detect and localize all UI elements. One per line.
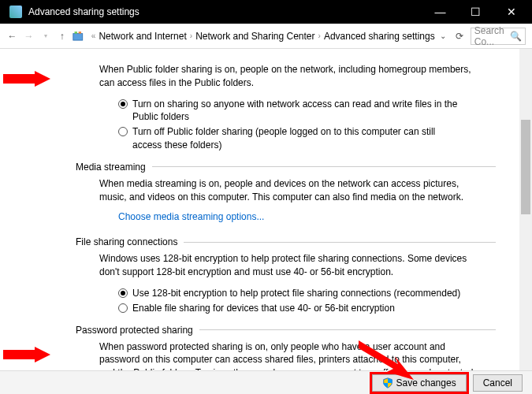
radio-label: Turn off Public folder sharing (people l…	[132, 125, 465, 152]
radio-label: Use 128-bit encryption to help protect f…	[132, 287, 460, 300]
minimize-button[interactable]: —	[422, 0, 458, 24]
settings-content: When Public folder sharing is on, people…	[0, 49, 519, 370]
section-media-streaming: Media streaming	[76, 162, 496, 173]
radio-label: Turn on sharing so anyone with network a…	[132, 98, 465, 125]
chevron-left-icon: «	[91, 32, 96, 40]
public-folder-options: Turn on sharing so anyone with network a…	[118, 98, 496, 152]
svg-marker-4	[3, 347, 50, 362]
annotation-arrow	[359, 340, 414, 380]
radio-icon	[118, 288, 128, 298]
section-file-sharing: File sharing connections	[76, 236, 496, 247]
control-panel-icon	[73, 29, 84, 43]
radio-label: Enable file sharing for devices that use…	[132, 302, 395, 315]
forward-button[interactable]: →	[23, 28, 35, 44]
chevron-right-icon: ›	[190, 32, 192, 40]
close-button[interactable]: ✕	[493, 0, 529, 24]
chevron-right-icon: ›	[318, 32, 321, 40]
section-label: Password protected sharing	[76, 325, 193, 336]
media-options-link[interactable]: Choose media streaming options...	[118, 211, 264, 222]
section-label: File sharing connections	[76, 236, 177, 247]
radio-public-off[interactable]: Turn off Public folder sharing (people l…	[118, 125, 465, 152]
back-button[interactable]: ←	[6, 28, 18, 44]
breadcrumb-dropdown-icon[interactable]: ⌄	[440, 32, 446, 40]
window-title: Advanced sharing settings	[28, 6, 422, 17]
search-icon: 🔍	[510, 31, 522, 42]
radio-icon	[118, 127, 128, 136]
filesharing-desc: Windows uses 128-bit encryption to help …	[99, 252, 478, 279]
radio-public-on[interactable]: Turn on sharing so anyone with network a…	[118, 98, 465, 125]
divider	[184, 242, 496, 243]
refresh-button[interactable]: ⟳	[454, 31, 466, 42]
window-titlebar: Advanced sharing settings — ☐ ✕	[0, 0, 532, 24]
navigation-bar: ← → ▾ ↑ « Network and Internet › Network…	[0, 24, 532, 49]
scrollbar-thumb[interactable]	[521, 120, 530, 214]
divider	[199, 329, 496, 330]
up-button[interactable]: ↑	[56, 28, 68, 44]
breadcrumb-item[interactable]: Network and Sharing Center	[195, 31, 314, 42]
radio-icon	[118, 303, 128, 313]
section-password-sharing: Password protected sharing	[76, 325, 496, 336]
maximize-button[interactable]: ☐	[458, 0, 493, 24]
filesharing-options: Use 128-bit encryption to help protect f…	[118, 287, 496, 315]
radio-encrypt-128[interactable]: Use 128-bit encryption to help protect f…	[118, 287, 465, 300]
breadcrumb-item[interactable]: Advanced sharing settings	[324, 31, 435, 42]
breadcrumb[interactable]: « Network and Internet › Network and Sha…	[88, 29, 449, 43]
svg-marker-3	[3, 71, 50, 87]
divider	[152, 166, 496, 167]
media-desc: When media streaming is on, people and d…	[99, 177, 478, 204]
app-icon	[9, 6, 22, 18]
button-label: Cancel	[483, 377, 512, 388]
svg-rect-2	[79, 32, 81, 34]
svg-rect-1	[75, 32, 77, 34]
cancel-button[interactable]: Cancel	[473, 374, 523, 392]
radio-encrypt-4056[interactable]: Enable file sharing for devices that use…	[118, 302, 465, 315]
radio-icon	[118, 99, 128, 109]
breadcrumb-item[interactable]: Network and Internet	[99, 31, 186, 42]
annotation-arrow	[3, 347, 50, 362]
section-label: Media streaming	[76, 162, 146, 173]
search-input[interactable]: Search Co... 🔍	[471, 28, 526, 45]
public-folder-desc: When Public folder sharing is on, people…	[99, 63, 478, 90]
password-desc: When password protected sharing is on, o…	[99, 340, 478, 370]
footer-bar: Save changes Cancel	[0, 370, 532, 394]
annotation-arrow	[3, 71, 50, 87]
svg-marker-5	[359, 340, 414, 380]
vertical-scrollbar[interactable]	[519, 49, 532, 370]
svg-rect-0	[73, 33, 83, 39]
recent-dropdown[interactable]: ▾	[39, 28, 51, 44]
